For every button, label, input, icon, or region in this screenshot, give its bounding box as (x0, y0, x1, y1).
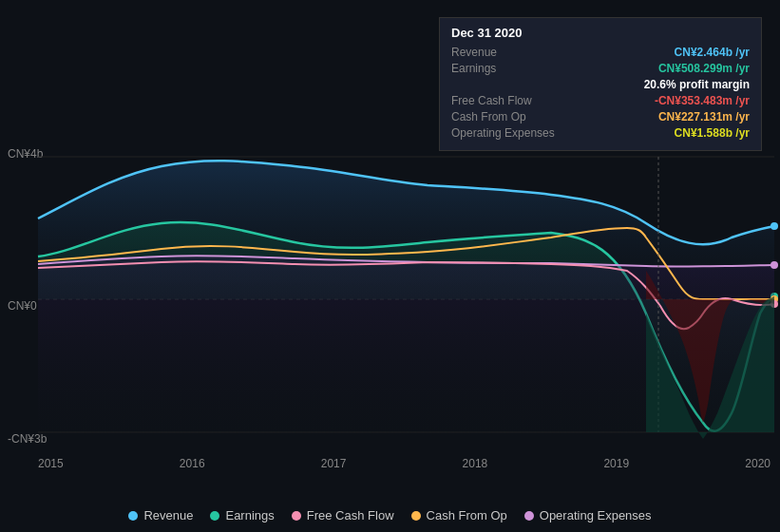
tooltip-row-earnings: Earnings CN¥508.299m /yr (451, 62, 750, 75)
legend-label-fcf: Free Cash Flow (307, 508, 394, 522)
legend-item-fcf[interactable]: Free Cash Flow (292, 508, 394, 522)
tooltip-value-earnings: CN¥508.299m /yr (658, 62, 750, 75)
legend-dot-cashfromop (411, 511, 421, 521)
tooltip-value-opex: CN¥1.588b /yr (675, 126, 750, 140)
legend-dot-revenue (128, 511, 138, 521)
legend-dot-earnings (210, 511, 219, 521)
tooltip-label-cashfromop: Cash From Op (451, 110, 526, 124)
legend-item-earnings[interactable]: Earnings (210, 508, 274, 522)
legend-label-opex: Operating Expenses (540, 508, 652, 522)
tooltip-row-fcf: Free Cash Flow -CN¥353.483m /yr (451, 94, 750, 107)
legend: Revenue Earnings Free Cash Flow Cash Fro… (0, 508, 780, 522)
x-axis-labels: 2015 2016 2017 2018 2019 2020 (38, 457, 770, 470)
x-label-2020: 2020 (745, 457, 770, 470)
legend-dot-opex (524, 511, 534, 521)
legend-item-revenue[interactable]: Revenue (128, 508, 193, 522)
legend-dot-fcf (292, 511, 301, 521)
legend-item-opex[interactable]: Operating Expenses (524, 508, 652, 522)
tooltip-label-revenue: Revenue (451, 46, 497, 59)
legend-label-revenue: Revenue (143, 508, 193, 522)
svg-point-5 (770, 261, 778, 269)
tooltip-value-fcf: -CN¥353.483m /yr (655, 94, 750, 107)
tooltip-profit-margin: 20.6% profit margin (451, 78, 750, 91)
tooltip-label-earnings: Earnings (451, 62, 496, 75)
tooltip-label-opex: Operating Expenses (451, 126, 555, 140)
tooltip-value-revenue: CN¥2.464b /yr (675, 46, 750, 59)
legend-item-cashfromop[interactable]: Cash From Op (411, 508, 507, 522)
x-label-2016: 2016 (180, 457, 205, 470)
tooltip-box: Dec 31 2020 Revenue CN¥2.464b /yr Earnin… (439, 17, 762, 151)
tooltip-row-revenue: Revenue CN¥2.464b /yr (451, 46, 750, 59)
x-label-2018: 2018 (463, 457, 488, 470)
x-label-2015: 2015 (38, 457, 64, 470)
svg-point-3 (770, 222, 778, 230)
tooltip-label-fcf: Free Cash Flow (451, 94, 532, 107)
tooltip-title: Dec 31 2020 (451, 26, 750, 40)
legend-label-cashfromop: Cash From Op (427, 508, 507, 522)
tooltip-row-opex: Operating Expenses CN¥1.588b /yr (451, 126, 750, 140)
x-label-2017: 2017 (321, 457, 347, 470)
tooltip-row-cashfromop: Cash From Op CN¥227.131m /yr (451, 110, 750, 124)
chart-container: Dec 31 2020 Revenue CN¥2.464b /yr Earnin… (0, 0, 780, 532)
legend-label-earnings: Earnings (225, 508, 274, 522)
tooltip-value-cashfromop: CN¥227.131m /yr (658, 110, 750, 124)
x-label-2019: 2019 (603, 457, 629, 470)
